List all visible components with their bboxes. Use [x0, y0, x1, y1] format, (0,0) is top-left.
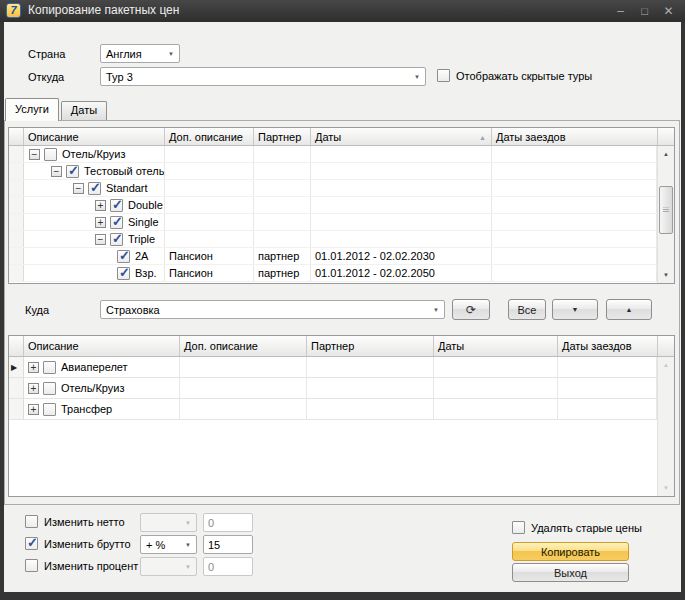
option-label: Изменить нетто: [44, 516, 125, 528]
collapse-icon[interactable]: −: [73, 183, 84, 194]
close-icon[interactable]: ✕: [662, 1, 675, 21]
option-value-input: [203, 557, 253, 576]
delete-old-prices-checkbox[interactable]: [512, 521, 525, 534]
row-checkbox[interactable]: [44, 148, 57, 161]
expand-icon[interactable]: +: [28, 362, 39, 373]
option-checkbox[interactable]: [25, 537, 38, 550]
from-tour-combobox[interactable]: Тур 3 ▼: [100, 67, 426, 86]
row-checkbox[interactable]: [117, 250, 130, 263]
collapse-icon[interactable]: −: [95, 234, 106, 245]
column-header-arrival-dates[interactable]: Даты заездов: [558, 336, 658, 356]
column-header-arrival-dates[interactable]: Даты заездов: [492, 128, 658, 145]
price-options-group: Изменить нетто▼Изменить брутто+ %▼Измени…: [25, 512, 265, 578]
source-grid-row[interactable]: −Standart: [9, 180, 657, 197]
row-checkbox[interactable]: [110, 233, 123, 246]
expand-icon[interactable]: +: [28, 383, 39, 394]
move-down-button[interactable]: ▼: [552, 299, 598, 320]
refresh-button[interactable]: ⟳: [452, 299, 490, 320]
target-grid-row[interactable]: +Отель/Круиз: [9, 378, 657, 399]
country-value: Англия: [106, 48, 142, 60]
row-checkbox[interactable]: [66, 165, 79, 178]
cell-partner: [254, 180, 311, 196]
country-combobox[interactable]: Англия ▼: [100, 44, 180, 63]
source-grid-row[interactable]: Взр.Пансионпартнер01.01.2012 - 02.02.205…: [9, 265, 657, 282]
chevron-down-icon: ▼: [168, 51, 174, 57]
tab-services[interactable]: Услуги: [5, 98, 59, 121]
row-label: Отель/Круиз: [61, 382, 125, 394]
cell-dates: [311, 231, 492, 247]
scrollbar-thumb[interactable]: [659, 186, 673, 234]
column-label: Партнер: [311, 340, 354, 352]
copy-button[interactable]: Копировать: [512, 542, 629, 561]
source-grid-row[interactable]: 2АПансионпартнер01.01.2012 - 02.02.2030: [9, 248, 657, 265]
source-grid-row[interactable]: +Double: [9, 197, 657, 214]
cell-partner: [254, 214, 311, 230]
row-gutter: [9, 399, 24, 419]
option-value-input[interactable]: [203, 535, 253, 554]
maximize-icon[interactable]: □: [638, 1, 651, 21]
source-grid-row[interactable]: −Отель/Круиз: [9, 146, 657, 163]
cell-extra-description: [165, 146, 254, 162]
title-bar[interactable]: 7 Копирование пакетных цен – □ ✕: [0, 0, 685, 22]
target-grid-row[interactable]: ▶+Авиаперелет: [9, 357, 657, 378]
to-service-combobox[interactable]: Страховка ▼: [100, 300, 445, 319]
collapse-icon[interactable]: −: [29, 149, 40, 160]
row-checkbox[interactable]: [110, 199, 123, 212]
column-label: Описание: [28, 340, 79, 352]
row-checkbox[interactable]: [88, 182, 101, 195]
row-checkbox[interactable]: [43, 403, 56, 416]
from-tour-label: Откуда: [28, 71, 64, 83]
collapse-icon[interactable]: −: [51, 166, 62, 177]
row-checkbox[interactable]: [43, 382, 56, 395]
scroll-up-icon[interactable]: ▲: [658, 146, 674, 162]
cell-arrival-dates: [492, 214, 657, 230]
target-grid-header: Описание Доп. описание Партнер Даты Даты…: [9, 336, 674, 357]
to-label: Куда: [25, 304, 49, 316]
column-header-partner[interactable]: Партнер: [307, 336, 434, 356]
column-header-dates[interactable]: Даты▲: [311, 128, 492, 145]
column-label: Даты: [438, 340, 464, 352]
cell-dates: [434, 357, 558, 377]
row-gutter: [9, 248, 24, 264]
column-label: Доп. описание: [184, 340, 258, 352]
option-checkbox[interactable]: [25, 515, 38, 528]
column-header-dates[interactable]: Даты: [434, 336, 558, 356]
source-grid-scrollbar[interactable]: ▲ ▼: [657, 146, 674, 283]
exit-button[interactable]: Выход: [512, 563, 629, 582]
header-scroll-spacer: [658, 336, 674, 356]
column-header-description[interactable]: Описание: [24, 336, 180, 356]
source-grid-row[interactable]: +Single: [9, 214, 657, 231]
column-label: Даты заездов: [496, 131, 566, 143]
row-gutter: [9, 378, 24, 398]
tab-dates[interactable]: Даты: [61, 101, 107, 120]
row-label: Трансфер: [61, 403, 112, 415]
tree-cell: +Double: [24, 197, 165, 213]
column-header-extra-description[interactable]: Доп. описание: [180, 336, 307, 356]
select-all-button[interactable]: Все: [508, 299, 546, 320]
row-checkbox[interactable]: [117, 267, 130, 280]
show-hidden-tours-checkbox[interactable]: [437, 69, 450, 82]
expand-icon[interactable]: +: [95, 217, 106, 228]
move-up-button[interactable]: ▲: [606, 299, 652, 320]
cell-dates: [311, 214, 492, 230]
scroll-down-icon[interactable]: ▼: [658, 267, 674, 283]
source-grid-row[interactable]: −Triple: [9, 231, 657, 248]
row-gutter: ▶: [9, 357, 24, 377]
option-mode-combobox[interactable]: + %▼: [140, 535, 197, 554]
tree-cell: +Single: [24, 214, 165, 230]
scroll-down-icon: ▼: [658, 480, 674, 496]
minimize-icon[interactable]: –: [614, 1, 627, 21]
source-grid-row[interactable]: −Тестовый отель 2-: [9, 163, 657, 180]
scroll-up-icon: ▲: [658, 357, 674, 373]
column-header-description[interactable]: Описание: [24, 128, 165, 145]
expand-icon[interactable]: +: [95, 200, 106, 211]
expand-icon[interactable]: +: [28, 404, 39, 415]
row-checkbox[interactable]: [43, 361, 56, 374]
row-checkbox[interactable]: [110, 216, 123, 229]
column-header-partner[interactable]: Партнер: [254, 128, 311, 145]
target-grid-body: ▶+Авиаперелет+Отель/Круиз+Трансфер: [9, 357, 657, 496]
target-grid-row[interactable]: +Трансфер: [9, 399, 657, 420]
column-header-extra-description[interactable]: Доп. описание: [165, 128, 254, 145]
option-checkbox[interactable]: [25, 559, 38, 572]
source-grid-header: Описание Доп. описание Партнер Даты▲ Дат…: [9, 128, 674, 146]
